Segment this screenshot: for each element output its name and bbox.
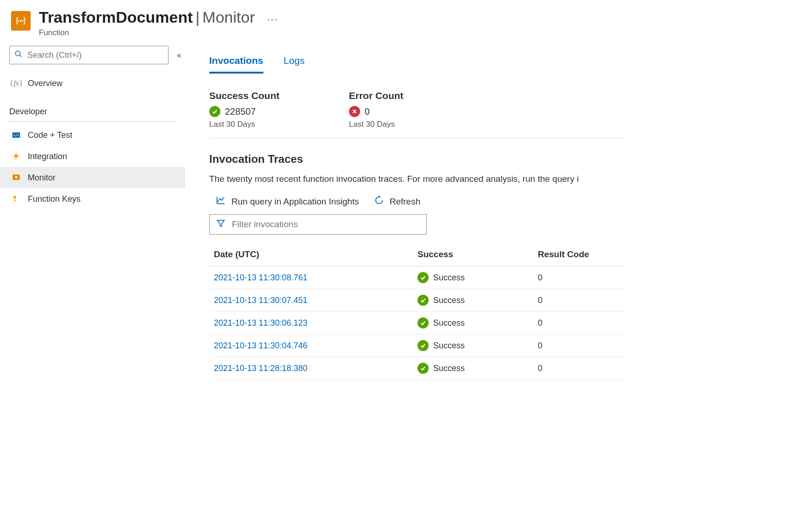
filter-invocations-input[interactable] [232, 219, 420, 229]
refresh-icon [374, 195, 384, 208]
svg-rect-9 [14, 200, 16, 201]
page-subtitle: Function [39, 28, 278, 37]
page-header: TransformDocument | Monitor ··· Function [0, 0, 810, 43]
sidebar-section-developer: Developer [9, 107, 176, 122]
sidebar-item-label: Integration [28, 152, 67, 161]
trace-status-text: Success [433, 364, 465, 373]
refresh-button[interactable]: Refresh [374, 195, 421, 208]
table-row: 2021-10-13 11:30:08.761Success0 [209, 266, 626, 289]
svg-marker-12 [218, 220, 224, 226]
svg-point-0 [20, 20, 22, 22]
run-query-button[interactable]: Run query in Application Insights [216, 195, 359, 208]
trace-result-code: 0 [533, 289, 626, 312]
traces-heading: Invocation Traces [209, 153, 810, 166]
trace-status-text: Success [433, 296, 465, 305]
sidebar-item-label: Overview [28, 79, 62, 88]
chart-line-icon [216, 195, 226, 208]
stat-success-label: Success Count [209, 90, 280, 101]
more-menu-button[interactable]: ··· [267, 13, 278, 25]
tab-logs[interactable]: Logs [284, 55, 305, 74]
bolt-icon [11, 151, 21, 161]
trace-status: Success [417, 295, 529, 306]
main-content: Invocations Logs Success Count 228507 La… [185, 43, 810, 380]
title-separator: | [196, 8, 200, 26]
trace-status: Success [417, 340, 529, 351]
trace-status: Success [417, 363, 529, 374]
trace-date-link[interactable]: 2021-10-13 11:30:07.451 [214, 296, 307, 305]
run-query-label: Run query in Application Insights [231, 197, 359, 207]
check-circle-icon [417, 363, 429, 374]
traces-description: The twenty most recent function invocati… [209, 174, 810, 184]
svg-line-2 [19, 55, 21, 57]
check-circle-icon [209, 106, 220, 117]
check-circle-icon [417, 295, 429, 306]
stat-success-period: Last 30 Days [209, 120, 280, 129]
collapse-sidebar-button[interactable]: « [177, 50, 181, 60]
trace-status: Success [417, 272, 529, 283]
trace-status-text: Success [433, 341, 465, 351]
col-date[interactable]: Date (UTC) [209, 243, 413, 266]
sidebar-item-label: Function Keys [28, 194, 81, 204]
sidebar-item-label: Monitor [28, 173, 56, 183]
refresh-label: Refresh [390, 197, 421, 207]
table-row: 2021-10-13 11:28:18.380Success0 [209, 357, 626, 380]
trace-result-code: 0 [533, 357, 626, 380]
trace-date-link[interactable]: 2021-10-13 11:30:06.123 [214, 318, 307, 328]
svg-point-1 [15, 51, 20, 56]
sidebar-item-code-test[interactable]: </> Code + Test [0, 124, 185, 146]
stat-success: Success Count 228507 Last 30 Days [209, 90, 280, 129]
trace-date-link[interactable]: 2021-10-13 11:28:18.380 [214, 364, 307, 373]
function-app-icon [11, 11, 31, 31]
table-row: 2021-10-13 11:30:04.746Success0 [209, 334, 626, 357]
trace-result-code: 0 [533, 312, 626, 334]
svg-rect-8 [14, 198, 15, 202]
code-icon: </> [11, 130, 21, 140]
trace-date-link[interactable]: 2021-10-13 11:30:08.761 [214, 273, 307, 282]
svg-point-6 [15, 176, 18, 179]
trace-status: Success [417, 317, 529, 328]
table-row: 2021-10-13 11:30:06.123Success0 [209, 312, 626, 334]
col-success[interactable]: Success [413, 243, 533, 266]
check-circle-icon [417, 272, 429, 283]
stat-error-value: 0 [365, 106, 370, 117]
sidebar: « fx Overview Developer </> Code + Test … [0, 43, 185, 380]
svg-text:</>: </> [13, 133, 19, 137]
col-result-code[interactable]: Result Code [533, 243, 626, 266]
page-title-sub: Monitor [202, 8, 255, 26]
sidebar-item-monitor[interactable]: Monitor [0, 167, 185, 188]
trace-status-text: Success [433, 273, 465, 283]
trace-result-code: 0 [533, 334, 626, 357]
filter-icon [216, 219, 225, 230]
trace-date-link[interactable]: 2021-10-13 11:30:04.746 [214, 341, 307, 350]
invocation-traces-table: Date (UTC) Success Result Code 2021-10-1… [209, 243, 626, 380]
monitor-icon [11, 173, 21, 183]
trace-result-code: 0 [533, 266, 626, 289]
check-circle-icon [417, 340, 429, 351]
stat-success-value: 228507 [225, 106, 256, 117]
search-box[interactable] [9, 46, 168, 64]
sidebar-item-function-keys[interactable]: Function Keys [0, 188, 185, 210]
search-icon [14, 50, 23, 60]
trace-status-text: Success [433, 318, 465, 328]
check-circle-icon [417, 317, 429, 328]
tab-invocations[interactable]: Invocations [209, 55, 263, 74]
key-icon [11, 194, 21, 204]
search-input[interactable] [27, 50, 163, 60]
page-title-main: TransformDocument [39, 8, 193, 26]
sidebar-item-overview[interactable]: fx Overview [0, 73, 185, 94]
sidebar-item-label: Code + Test [28, 130, 72, 140]
stat-error: Error Count 0 Last 30 Days [349, 90, 404, 129]
sidebar-item-integration[interactable]: Integration [0, 146, 185, 167]
fx-icon: fx [11, 78, 21, 88]
table-row: 2021-10-13 11:30:07.451Success0 [209, 289, 626, 312]
stat-error-label: Error Count [349, 90, 404, 101]
x-circle-icon [349, 106, 360, 117]
stat-error-period: Last 30 Days [349, 120, 404, 129]
filter-invocations-box[interactable] [209, 214, 427, 235]
